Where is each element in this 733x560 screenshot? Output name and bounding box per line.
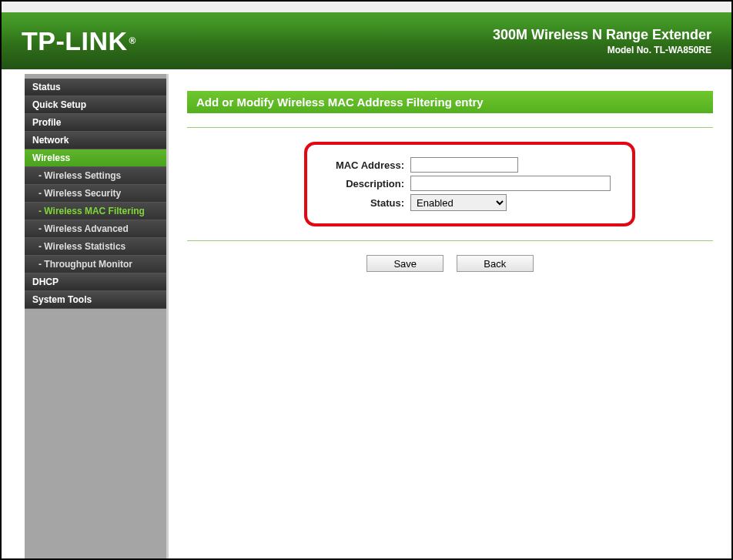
form-row-status: Status: Enabled Disabled: [318, 194, 621, 211]
status-select[interactable]: Enabled Disabled: [410, 194, 507, 211]
app-window: TP-LINK® 300M Wireless N Range Extender …: [0, 0, 733, 560]
registered-icon: ®: [129, 35, 136, 46]
sidebar-item-status[interactable]: Status: [25, 79, 166, 96]
sidebar-label: - Wireless MAC Filtering: [38, 206, 145, 216]
divider-line: [187, 127, 713, 128]
sidebar-label: - Wireless Statistics: [38, 241, 126, 252]
form-row-description: Description:: [318, 176, 621, 191]
body: Status Quick Setup Profile Network Wirel…: [2, 69, 731, 558]
sidebar-sub-wireless-statistics[interactable]: - Wireless Statistics: [25, 238, 166, 256]
sidebar-label: Status: [32, 82, 61, 92]
sidebar-sub-wireless-mac-filtering[interactable]: - Wireless MAC Filtering: [25, 203, 166, 220]
button-row: Save Back: [187, 255, 713, 272]
sidebar-label: DHCP: [32, 277, 59, 287]
sidebar-label: - Wireless Advanced: [38, 223, 129, 234]
page-title: Add or Modify Wireless MAC Address Filte…: [187, 91, 713, 113]
back-button[interactable]: Back: [457, 255, 534, 272]
sidebar-label: System Tools: [32, 294, 92, 305]
sidebar-item-network[interactable]: Network: [25, 132, 166, 149]
sidebar-sub-wireless-settings[interactable]: - Wireless Settings: [25, 167, 166, 185]
sidebar-sub-throughput-monitor[interactable]: - Throughput Monitor: [25, 256, 166, 273]
header: TP-LINK® 300M Wireless N Range Extender …: [2, 2, 731, 69]
sidebar-label: - Wireless Security: [38, 188, 121, 199]
description-input[interactable]: [410, 176, 611, 191]
header-right: 300M Wireless N Range Extender Model No.…: [493, 27, 711, 55]
sidebar-label: Quick Setup: [32, 99, 86, 110]
mac-address-input[interactable]: [410, 157, 518, 173]
sidebar-label: Profile: [32, 117, 61, 128]
sidebar-sub-wireless-security[interactable]: - Wireless Security: [25, 185, 166, 203]
brand-logo: TP-LINK®: [22, 26, 136, 56]
form-row-mac: MAC Address:: [318, 157, 621, 173]
sidebar-sub-wireless-advanced[interactable]: - Wireless Advanced: [25, 220, 166, 238]
description-label: Description:: [318, 178, 410, 189]
sidebar-item-dhcp[interactable]: DHCP: [25, 273, 166, 291]
sidebar-label: - Throughput Monitor: [38, 259, 132, 270]
sidebar-label: Network: [32, 135, 69, 146]
sidebar-item-system-tools[interactable]: System Tools: [25, 291, 166, 309]
save-button[interactable]: Save: [366, 255, 443, 272]
status-label: Status:: [318, 197, 410, 209]
product-name: 300M Wireless N Range Extender: [493, 27, 711, 43]
divider-line: [187, 240, 713, 241]
main-content: Add or Modify Wireless MAC Address Filte…: [169, 74, 731, 558]
logo-text: TP-LINK: [22, 26, 128, 56]
form-highlight-box: MAC Address: Description: Status: Enable…: [304, 142, 635, 226]
sidebar: Status Quick Setup Profile Network Wirel…: [25, 74, 166, 558]
model-number: Model No. TL-WA850RE: [493, 45, 711, 55]
sidebar-label: Wireless: [32, 153, 70, 163]
sidebar-item-profile[interactable]: Profile: [25, 114, 166, 132]
mac-address-label: MAC Address:: [318, 159, 410, 171]
sidebar-item-quick-setup[interactable]: Quick Setup: [25, 96, 166, 114]
sidebar-item-wireless[interactable]: Wireless: [25, 149, 166, 167]
sidebar-label: - Wireless Settings: [38, 170, 121, 181]
